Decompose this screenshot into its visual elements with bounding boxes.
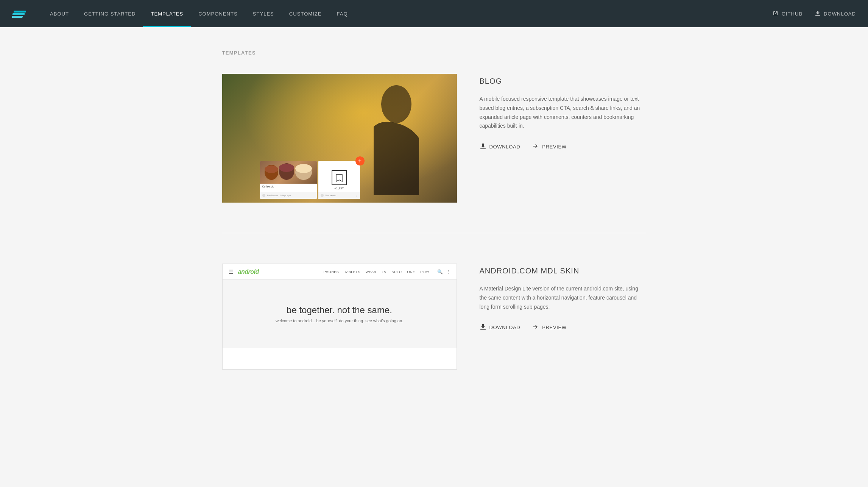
page-title: TEMPLATES [222,50,646,56]
android-template-desc: A Material Design Lite version of the cu… [480,284,646,311]
arrow-icon-blog [532,143,539,151]
android-preview-image: ☰ android PHONES TABLETS WEAR TV AUTO ON… [222,264,457,370]
blog-card-footer-2: The Newist ⋮ [318,192,360,199]
nav-components[interactable]: COMPONENTS [191,0,245,27]
blog-download-label: Download [489,144,520,150]
blog-template-info: BLOG A mobile focused responsive templat… [480,74,646,151]
blog-card-date: 2 days ago [280,194,291,197]
navbar: ABOUT GETTING STARTED TEMPLATES COMPONEN… [0,0,868,27]
android-download-button[interactable]: Download [480,323,520,331]
android-nav-tablets[interactable]: TABLETS [344,270,360,274]
android-hamburger-icon: ☰ [229,269,234,275]
blog-card-img [260,161,317,184]
blog-preview-button[interactable]: Preview [532,143,567,151]
blog-card-avatar [262,194,265,197]
blog-preview-image: Coffee pic The Newist 2 days ago + [222,74,457,203]
blog-card-icon-card: +1,337 The Newist ⋮ [318,161,360,199]
blog-card-photo: Coffee pic The Newist 2 days ago [260,161,317,199]
svg-rect-0 [14,11,26,12]
svg-rect-11 [480,148,486,149]
divider-1 [222,233,646,233]
nav-download-label: Download [824,11,856,17]
android-more-icon[interactable]: ⋮ [446,269,450,275]
blog-card-author-2: The Newist [325,194,337,197]
blog-preview-label: Preview [542,144,567,150]
blog-card-menu[interactable]: ⋮ [355,194,358,197]
android-nav-phones[interactable]: PHONES [323,270,339,274]
android-hero-subtitle: welcome to android... be yourself. do yo… [276,318,403,323]
android-download-label: Download [489,325,520,330]
android-nav-bar: ☰ android PHONES TABLETS WEAR TV AUTO ON… [223,264,457,280]
template-card-android: ☰ android PHONES TABLETS WEAR TV AUTO ON… [222,264,646,370]
navbar-right: GitHub Download [773,10,856,17]
download-icon-blog [480,143,486,151]
svg-rect-1 [12,13,25,15]
android-preview-button[interactable]: Preview [532,323,567,331]
nav-faq[interactable]: FAQ [329,0,355,27]
blog-preview-cards: Coffee pic The Newist 2 days ago + [260,161,360,199]
svg-rect-3 [815,15,820,16]
blog-card-coffee-label: Coffee pic [260,184,317,189]
blog-card-wrapper: + +1,337 The Newist ⋮ [318,161,360,199]
nav-about[interactable]: ABOUT [42,0,76,27]
svg-point-10 [295,164,312,173]
github-link[interactable]: GitHub [773,10,803,17]
android-nav-links: PHONES TABLETS WEAR TV AUTO ONE PLAY [323,270,429,274]
android-nav-auto[interactable]: AUTO [392,270,402,274]
blog-card-author: The Newist [267,194,278,197]
android-template-info: ANDROID.COM MDL SKIN A Material Design L… [480,264,646,331]
download-icon-nav [815,10,821,17]
android-hero-section: be together. not the same. welcome to an… [223,280,457,348]
arrow-icon-android [532,323,539,331]
brand-logo[interactable] [12,6,27,21]
svg-point-8 [279,164,294,172]
nav-download-button[interactable]: Download [815,10,856,17]
blog-plus-button[interactable]: + [355,156,365,165]
svg-rect-2 [12,16,23,18]
blog-card-avatar-2 [321,194,324,197]
blog-template-name: BLOG [480,77,646,86]
blog-card-counter: +1,337 [334,187,344,190]
blog-card-bookmark-icon [332,170,347,185]
android-nav-one[interactable]: ONE [407,270,415,274]
android-search-icon[interactable]: 🔍 [437,269,443,275]
blog-template-desc: A mobile focused responsive template tha… [480,95,646,131]
android-nav-icons: 🔍 ⋮ [437,269,450,275]
nav-templates[interactable]: TEMPLATES [143,0,191,27]
android-nav-tv[interactable]: TV [382,270,386,274]
android-nav-play[interactable]: PLAY [420,270,429,274]
nav-links: ABOUT GETTING STARTED TEMPLATES COMPONEN… [42,0,773,27]
svg-point-6 [265,165,278,173]
nav-customize[interactable]: CUSTOMIZE [282,0,329,27]
blog-card-footer-1: The Newist 2 days ago [260,192,317,199]
link-icon [773,10,779,17]
svg-rect-12 [480,329,486,330]
android-template-name: ANDROID.COM MDL SKIN [480,267,646,275]
android-nav-wear[interactable]: WEAR [366,270,377,274]
blog-template-actions: Download Preview [480,143,646,151]
download-icon-android [480,323,486,331]
svg-point-4 [381,85,411,123]
github-label: GitHub [782,11,803,17]
blog-person-silhouette [351,81,427,187]
main-content: TEMPLATES [207,27,661,423]
nav-styles[interactable]: STYLES [245,0,282,27]
android-preview-label: Preview [542,325,567,330]
android-logo: android [238,268,259,275]
android-template-actions: Download Preview [480,323,646,331]
template-card-blog: Coffee pic The Newist 2 days ago + [222,74,646,203]
nav-getting-started[interactable]: GETTING STARTED [76,0,143,27]
android-hero-title: be together. not the same. [287,305,392,315]
blog-download-button[interactable]: Download [480,143,520,151]
